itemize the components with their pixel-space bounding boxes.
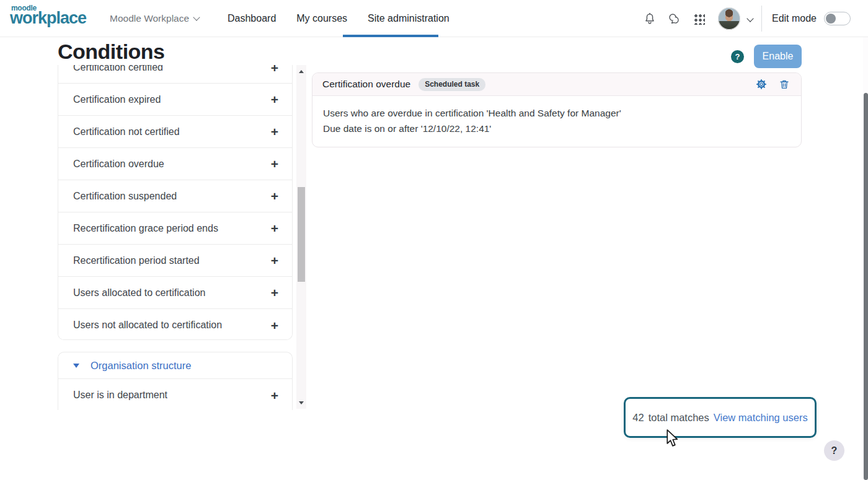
page-scrollbar[interactable] [863, 37, 868, 480]
organisation-structure-panel: Organisation structure User is in depart… [58, 352, 293, 410]
logo-text-workplace: workplace [10, 10, 86, 27]
edit-mode-control: Edit mode [772, 12, 851, 25]
condition-label: Certification suspended [73, 191, 177, 202]
list-item[interactable]: Certification not certified + [58, 116, 292, 148]
settings-button[interactable] [755, 77, 768, 91]
condition-label: Recertification period started [73, 255, 200, 266]
navbar-divider [761, 6, 762, 32]
list-item[interactable]: Certification expired + [58, 84, 292, 116]
tenant-dropdown-label: Moodle Workplace [110, 13, 189, 24]
view-matching-users-link[interactable]: View matching users [714, 412, 808, 424]
panel-scrollbar[interactable] [296, 65, 306, 409]
add-condition-button[interactable]: + [271, 190, 278, 203]
gear-icon [756, 79, 767, 90]
top-navbar: moodle workplace Moodle Workplace Dashbo… [0, 0, 868, 37]
delete-button[interactable] [777, 77, 791, 91]
conditions-list-panel: Certification certified + Certification … [58, 65, 293, 340]
add-condition-button[interactable]: + [271, 157, 278, 170]
list-item[interactable]: Users allocated to certification + [58, 277, 292, 309]
enable-button[interactable]: Enable [754, 45, 802, 68]
nav-link-site-administration[interactable]: Site administration [368, 13, 450, 24]
scheduled-task-badge: Scheduled task [418, 78, 485, 91]
condition-label: Users not allocated to certification [73, 320, 222, 331]
chevron-down-icon [193, 14, 200, 20]
list-item[interactable]: User is in department + [58, 379, 292, 410]
add-condition-button[interactable]: + [271, 65, 278, 74]
triangle-up-icon [299, 70, 304, 73]
condition-description-line2: Due date is on or after '12/10/22, 12:41… [323, 121, 790, 136]
toggle-knob [826, 14, 836, 24]
list-item[interactable]: Certification certified + [58, 65, 292, 84]
floating-help-button[interactable]: ? [824, 440, 844, 461]
matches-count: 42 [632, 412, 644, 424]
help-icon[interactable]: ? [731, 50, 744, 63]
list-item[interactable]: Certification suspended + [58, 180, 292, 212]
triangle-down-icon [299, 401, 304, 404]
edit-mode-label: Edit mode [772, 13, 817, 24]
add-condition-button[interactable]: + [271, 125, 278, 138]
condition-label: User is in department [73, 390, 167, 401]
add-condition-button[interactable]: + [271, 254, 278, 267]
chat-bubbles-icon [667, 12, 681, 26]
list-item[interactable]: Recertification period started + [58, 245, 292, 277]
scroll-up-arrow[interactable] [296, 66, 306, 76]
tenant-dropdown[interactable]: Moodle Workplace [110, 0, 199, 37]
primary-nav: Dashboard My courses Site administration [228, 0, 450, 37]
moodle-workplace-logo[interactable]: moodle workplace [10, 4, 86, 27]
add-condition-button[interactable]: + [271, 286, 278, 299]
add-condition-button[interactable]: + [271, 93, 278, 106]
total-matches-box: 42 total matches View matching users [624, 397, 817, 438]
section-organisation-structure[interactable]: Organisation structure [58, 352, 292, 379]
page-title: Conditions [58, 40, 165, 64]
nav-link-dashboard[interactable]: Dashboard [228, 13, 276, 24]
add-condition-button[interactable]: + [271, 222, 278, 235]
user-avatar[interactable] [718, 7, 740, 30]
list-item[interactable]: Certification overdue + [58, 148, 292, 180]
matches-label: total matches [649, 412, 709, 424]
scroll-down-arrow[interactable] [296, 398, 306, 408]
list-item[interactable]: Recertification grace period ends + [58, 212, 292, 245]
section-label: Organisation structure [91, 360, 191, 372]
condition-label: Recertification grace period ends [73, 223, 218, 234]
condition-label: Certification not certified [73, 126, 180, 137]
condition-description: Users who are overdue in certification '… [312, 96, 801, 146]
condition-label: Certification overdue [73, 159, 164, 170]
condition-card-actions [755, 77, 791, 91]
condition-description-line1: Users who are overdue in certification '… [323, 105, 790, 121]
condition-card-title: Certification overdue [322, 79, 410, 90]
grid-icon [693, 13, 705, 25]
add-condition-button[interactable]: + [271, 319, 278, 332]
list-item-clipped: Certification certified + [58, 65, 292, 84]
notifications-button[interactable] [637, 6, 662, 31]
edit-mode-toggle[interactable] [824, 12, 851, 25]
add-condition-button[interactable]: + [271, 389, 278, 402]
messages-button[interactable] [662, 6, 687, 31]
scrollbar-thumb[interactable] [298, 187, 305, 282]
navbar-right-controls: Edit mode [637, 0, 851, 37]
bell-icon [643, 12, 657, 25]
apps-grid-button[interactable] [687, 6, 712, 31]
active-tab-underline [343, 35, 438, 37]
condition-card-header: Certification overdue Scheduled task [312, 73, 801, 96]
user-menu-chevron-icon[interactable] [746, 15, 753, 22]
app-window: moodle workplace Moodle Workplace Dashbo… [0, 0, 868, 480]
condition-label: Users allocated to certification [73, 287, 205, 299]
condition-label: Certification certified [73, 65, 163, 73]
list-item[interactable]: Users not allocated to certification + [58, 309, 292, 340]
condition-label: Certification expired [73, 94, 161, 105]
condition-detail-card: Certification overdue Scheduled task [312, 72, 802, 147]
collapse-triangle-icon [73, 364, 79, 368]
page-scrollbar-thumb[interactable] [864, 93, 868, 480]
trash-icon [779, 79, 790, 90]
nav-link-my-courses[interactable]: My courses [296, 13, 347, 24]
